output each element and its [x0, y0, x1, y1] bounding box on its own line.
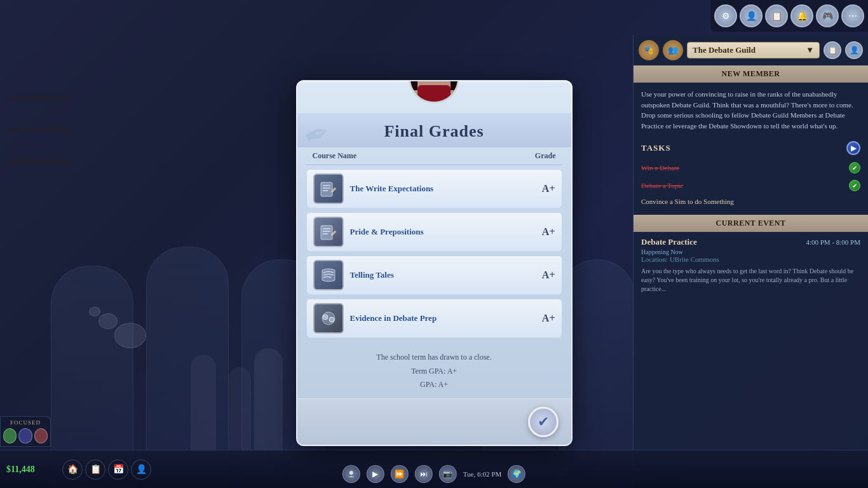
course-icon-book [313, 217, 344, 247]
footer-line-3: GPA: A+ [310, 378, 559, 392]
confirm-check-icon: ✔ [538, 414, 549, 430]
course-grade-3: A+ [536, 269, 555, 281]
face-hair-right [451, 80, 458, 90]
grade-row-4: Evidence in Debate Prep A+ [306, 299, 562, 338]
modal-avatar-container [409, 80, 459, 104]
sim-portrait [409, 80, 459, 104]
final-grades-modal: ✒ Final Grades Course Name Grade [296, 80, 573, 446]
tales-icon-svg [318, 265, 339, 285]
course-grade-1: A+ [536, 183, 555, 194]
book-icon-svg [318, 222, 339, 242]
course-name-2: Pride & Prepositions [350, 227, 530, 237]
grade-row-3: Telling Tales A+ [306, 255, 562, 295]
course-icon-writing [313, 173, 344, 204]
course-icon-tales [313, 260, 344, 290]
grade-row-2: Pride & Prepositions A+ [306, 212, 562, 252]
modal-title: Final Grades [310, 122, 559, 141]
writing-icon-svg [318, 179, 339, 199]
modal-footer-text: The school term has drawn to a close. Te… [297, 342, 571, 398]
footer-line-2: Term GPA: A+ [310, 365, 559, 379]
modal-header: ✒ Final Grades [297, 113, 571, 147]
debate-icon-svg [318, 308, 339, 329]
modal-avatar-area [297, 81, 571, 113]
course-grade-4: A+ [536, 313, 555, 324]
modal-overlay: ✒ Final Grades Course Name Grade [0, 0, 868, 488]
footer-line-1: The school term has drawn to a close. [310, 351, 559, 365]
course-name-4: Evidence in Debate Prep [350, 313, 530, 323]
course-name-3: Telling Tales [350, 270, 530, 280]
svg-point-10 [329, 317, 334, 322]
confirm-button[interactable]: ✔ [528, 407, 559, 437]
grade-row-1: The Write Expectations A+ [306, 169, 562, 208]
course-grade-2: A+ [536, 226, 555, 238]
table-header: Course Name Grade [306, 147, 562, 165]
face-body-clothes [417, 85, 451, 102]
face-hair-left [410, 80, 417, 90]
grade-table: Course Name Grade The Write Expectations… [297, 147, 571, 338]
modal-footer-actions: ✔ [297, 398, 571, 445]
svg-rect-4 [321, 226, 332, 240]
svg-rect-0 [321, 182, 332, 196]
face-bg [410, 80, 458, 102]
course-name-1: The Write Expectations [350, 184, 530, 194]
column-grade: Grade [535, 151, 556, 161]
course-icon-debate [313, 303, 344, 334]
